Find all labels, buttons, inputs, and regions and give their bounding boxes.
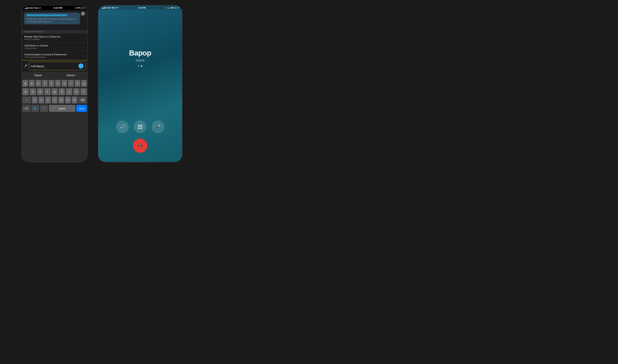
key-n[interactable]: n [65,97,71,104]
key-i[interactable]: i [68,80,74,87]
left-status-bar: AT&T Wi-Fi ▾ 4:23 PM 19% [22,5,87,10]
end-call-button[interactable]: 📵 [133,139,147,153]
chat-area: ✕ By the way, typing with me is part of … [22,10,87,30]
keyboard: q w e r t y u i o p a s d f g h j k l ⇧ … [22,79,87,162]
blue-bar [27,14,67,16]
search-input-box[interactable]: Call Bapop ↑ [29,62,86,70]
key-z[interactable]: z [32,97,38,104]
key-m[interactable]: m [72,97,77,104]
menu-item-help-content: Browse Help Topics or Contact Us Help & … [24,35,84,40]
key-t[interactable]: t [49,80,54,87]
mute-button[interactable]: 🎤 [152,120,164,133]
call-content: Bapop Home [98,10,182,117]
chevron-icon-1: › [84,45,85,48]
typing-text: By the way, typing with me is part of a … [27,18,78,23]
key-x[interactable]: x [38,97,44,104]
menu-item-call[interactable]: Call Device or Contact Communicate › [22,42,87,51]
menu-item-call-title: Call Device or Contact [24,44,84,47]
chevron-icon-2: › [84,54,85,57]
key-d[interactable]: d [37,88,43,95]
speaker-button[interactable]: 🔊 [116,120,129,133]
menu-item-call-content: Call Device or Contact Communicate [24,44,84,49]
close-button[interactable]: ✕ [81,12,85,16]
signal-bar-2 [26,8,26,9]
menu-item-comm[interactable]: Communication Accounts & Preferences Com… [22,51,87,60]
right-battery-icon [175,7,178,9]
dot-1 [138,65,139,67]
r-signal-2 [103,8,103,9]
mic-icon[interactable]: 🎤 [24,65,27,68]
key-e[interactable]: e [36,80,41,87]
right-location-icon: ▲ [167,7,169,9]
right-status-left: AT&T Wi-Fi ▾ [102,7,118,9]
wifi-icon: ▾ [40,7,41,9]
key-u[interactable]: u [62,80,67,87]
key-v[interactable]: v [52,97,57,104]
section-header: ALEXA APP RESULTS [22,30,87,33]
key-q[interactable]: q [22,80,28,87]
keypad-button[interactable] [134,120,147,133]
call-contact-name: Bapop [129,49,151,57]
call-controls: 🔊 🎤 [98,117,182,139]
send-button[interactable]: ↑ [79,64,83,69]
right-battery-fill [175,7,175,9]
dot-2 [141,65,142,67]
signal-bars [25,7,28,9]
r-signal-4 [105,7,105,9]
key-space[interactable]: space [49,105,75,112]
autocomplete-item-0[interactable]: "Bapop" [22,73,55,77]
key-a[interactable]: a [22,88,29,95]
key-l[interactable]: l [81,88,87,95]
key-globe[interactable]: 🌐 [31,105,39,112]
key-123[interactable]: 123 [22,105,30,112]
key-f[interactable]: f [44,88,51,95]
send-arrow-icon: ↑ [81,65,82,67]
key-shift[interactable]: ⇧ [22,97,31,104]
carrier-label: AT&T Wi-Fi [29,7,39,9]
key-w[interactable]: w [29,80,35,87]
key-mic[interactable]: 🎤 [40,105,48,112]
pagination-dots [138,65,142,67]
key-j[interactable]: j [66,88,72,95]
key-row-3: ⇧ z x c v b n m ⌫ [22,97,87,104]
key-p[interactable]: p [81,80,87,87]
end-call-row: 📵 [98,139,182,162]
key-s[interactable]: s [30,88,36,95]
menu-item-call-subtitle: Communicate [24,47,84,49]
right-status-bar: AT&T Wi-Fi ▾ 4:23 PM ▲ 19% [98,5,182,10]
r-signal-1 [102,8,103,9]
signal-bar-1 [25,8,25,9]
battery-pct: 19% [77,7,80,9]
key-b[interactable]: b [58,97,64,104]
key-h[interactable]: h [59,88,65,95]
left-time: 4:23 PM [53,7,62,9]
key-send[interactable]: send [76,105,87,112]
key-r[interactable]: r [42,80,48,87]
menu-item-comm-content: Communication Accounts & Preferences Com… [24,53,84,58]
signal-bar-3 [27,7,27,9]
search-input-text: Call Bapop [31,65,44,68]
key-k[interactable]: k [73,88,80,95]
left-status-left: AT&T Wi-Fi ▾ [25,7,41,9]
key-g[interactable]: g [52,88,58,95]
key-y[interactable]: y [55,80,61,87]
key-delete[interactable]: ⌫ [78,97,87,104]
key-c[interactable]: c [45,97,51,104]
right-carrier: AT&T Wi-Fi [106,7,117,9]
autocomplete-item-1[interactable]: Bapop's [55,73,88,77]
key-o[interactable]: o [75,80,80,87]
autocomplete-bar: "Bapop" Bapop's [22,72,87,79]
right-status-right: ▲ 19% [165,7,178,9]
menu-item-help[interactable]: Browse Help Topics or Contact Us Help & … [22,33,87,42]
orange-dot [75,7,76,9]
menu-list: Browse Help Topics or Contact Us Help & … [22,33,87,60]
chevron-icon-0: › [84,36,85,39]
battery-icon [81,7,84,9]
key-row-2: a s d f g h j k l [22,88,87,95]
keypad-icon [138,125,142,129]
mute-icon: 🎤 [156,124,161,129]
right-orange-dot [165,7,167,8]
typing-bubble: By the way, typing with me is part of a … [24,13,80,24]
menu-item-comm-subtitle: Communication Settings [24,56,84,58]
battery-fill [81,7,81,9]
